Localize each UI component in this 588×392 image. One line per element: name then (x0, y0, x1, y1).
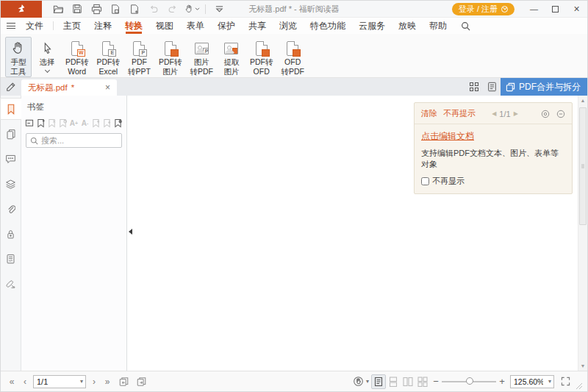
pdf-to-ofd-button[interactable]: PDF转 OFD (247, 37, 276, 77)
foxit-logo[interactable] (1, 1, 42, 18)
menu-tab-features[interactable]: 特色功能 (304, 18, 352, 34)
menu-tab-protect[interactable]: 保护 (211, 18, 242, 34)
zoom-in-button[interactable]: + (496, 376, 508, 387)
zoom-level-input[interactable] (511, 377, 543, 386)
select-tool-button[interactable]: 选择 (34, 37, 60, 74)
image-to-pdf-button[interactable]: P 图片 转PDF (187, 37, 216, 77)
zoom-combo-caret-icon[interactable]: ▾ (548, 378, 553, 385)
resize-grip[interactable] (573, 374, 583, 390)
tip-dont-remind-button[interactable]: 不再提示 (443, 108, 476, 119)
collapse-all-icon[interactable] (24, 117, 35, 129)
menu-tab-home[interactable]: 主页 (57, 18, 87, 34)
pdf-to-image-button[interactable]: PDF转 图片 (156, 37, 185, 77)
ofd-to-pdf-button[interactable]: OFD 转PDF (278, 37, 307, 77)
pdf-merge-split-button[interactable]: PDF合并与拆分 (501, 78, 587, 96)
tip-clear-button[interactable]: 清除 (421, 108, 437, 119)
previous-view-icon[interactable] (115, 374, 132, 389)
pdf-to-word-button[interactable]: W PDF转 Word (62, 37, 92, 77)
edit-pencil-icon[interactable] (1, 78, 21, 96)
extract-image-button[interactable]: 提取 图片 (218, 37, 245, 77)
zoom-slider-thumb[interactable] (466, 377, 473, 385)
delete-bookmark-icon[interactable] (46, 117, 57, 129)
pdf-to-ppt-button[interactable]: P PDF 转PPT (125, 37, 154, 77)
save-icon[interactable] (68, 1, 86, 16)
sidebar-comments-button[interactable] (1, 149, 21, 169)
edit-document-link[interactable]: 点击编辑文档 (421, 130, 474, 143)
tip-settings-icon[interactable] (541, 110, 550, 118)
search-icon[interactable] (455, 18, 476, 34)
login-button[interactable]: 登录 / 注册 (452, 3, 514, 15)
hand-mode-icon[interactable] (351, 374, 366, 389)
document-area[interactable]: 清除 不再提示 ◀ 1/1 ▶ 点击编辑文档 支 (127, 96, 587, 371)
single-page-view-icon[interactable] (371, 374, 386, 389)
prev-page-button[interactable]: ‹ (18, 377, 32, 387)
tab-close-icon[interactable]: × (105, 82, 110, 93)
page-combo-caret-icon[interactable]: ▾ (80, 378, 85, 385)
hand-mode-caret-icon[interactable]: ▾ (366, 378, 369, 385)
menu-tab-browse[interactable]: 浏览 (273, 18, 304, 34)
sidebar-attachments-button[interactable] (1, 199, 21, 219)
facing-continuous-view-icon[interactable] (415, 374, 430, 389)
sidebar-security-button[interactable] (1, 224, 21, 244)
menu-file[interactable]: 文件 (19, 18, 50, 34)
menu-tab-comment[interactable]: 注释 (87, 18, 118, 34)
minimize-button[interactable]: — (523, 1, 545, 17)
shrink-text-icon[interactable]: A- (80, 117, 90, 129)
menu-tab-form[interactable]: 表单 (180, 18, 211, 34)
dont-show-checkbox[interactable] (421, 177, 429, 185)
zoom-slider[interactable] (442, 374, 496, 389)
menu-tab-slideshow[interactable]: 放映 (392, 18, 423, 34)
sidebar-pages-button[interactable] (1, 124, 21, 144)
maximize-button[interactable] (545, 1, 566, 17)
zoom-out-button[interactable]: − (430, 376, 442, 387)
tip-prev-icon[interactable]: ◀ (492, 110, 496, 117)
customize-toolbar-icon[interactable] (210, 1, 228, 16)
reading-mode-icon[interactable] (483, 79, 501, 95)
new-document-icon[interactable] (126, 1, 143, 16)
locate-bookmark-icon[interactable] (57, 117, 68, 129)
scroll-down-icon[interactable]: ▼ (578, 361, 587, 371)
add-bookmark-icon[interactable] (35, 117, 46, 129)
statusbar: « ‹ ▾ › » ▾ (1, 371, 587, 391)
continuous-view-icon[interactable] (386, 374, 401, 389)
hand-tool-button[interactable]: 手型 工具 (5, 37, 32, 77)
next-view-icon[interactable] (133, 374, 149, 389)
tip-next-icon[interactable]: ▶ (514, 110, 518, 117)
menu-tab-convert[interactable]: 转换 (118, 18, 149, 34)
vertical-scrollbar[interactable]: ▲ ▼ (578, 96, 587, 371)
menu-tab-help[interactable]: 帮助 (423, 18, 453, 34)
scroll-up-icon[interactable]: ▲ (578, 96, 587, 105)
menu-tab-cloud[interactable]: 云服务 (352, 18, 392, 34)
open-icon[interactable] (49, 1, 67, 16)
sidebar-signatures-button[interactable] (1, 249, 21, 269)
hand-tool-quick-icon[interactable] (183, 1, 201, 16)
menu-tab-share[interactable]: 共享 (242, 18, 273, 34)
panel-collapse-handle[interactable] (127, 222, 135, 241)
menu-tab-view[interactable]: 视图 (149, 18, 180, 34)
expand-text-icon[interactable]: A+ (68, 117, 79, 129)
page-number-input[interactable] (34, 377, 72, 386)
fullscreen-icon[interactable] (558, 374, 573, 389)
bookmark-settings-icon[interactable] (113, 117, 123, 129)
scrollbar-thumb[interactable] (579, 107, 587, 225)
sidebar-layers-button[interactable] (1, 174, 21, 194)
demote-bookmark-icon[interactable] (102, 117, 112, 129)
undo-icon[interactable] (145, 1, 162, 16)
facing-view-icon[interactable] (401, 374, 415, 389)
redo-icon[interactable] (164, 1, 182, 16)
first-page-button[interactable]: « (5, 377, 18, 387)
sidebar-stamp-sign-button[interactable] (1, 274, 21, 294)
promote-bookmark-icon[interactable] (91, 117, 101, 129)
tab-grid-icon[interactable] (465, 79, 483, 95)
next-page-button[interactable]: › (87, 377, 101, 387)
document-tab[interactable]: 无标题.pdf * × (21, 79, 117, 96)
last-page-button[interactable]: » (101, 377, 114, 387)
excel-badge: E (108, 49, 116, 57)
tip-minimize-icon[interactable] (556, 110, 565, 118)
sidebar-bookmarks-button[interactable] (1, 99, 21, 119)
save-as-icon[interactable] (107, 1, 124, 16)
pdf-to-excel-button[interactable]: E PDF转 Excel (94, 37, 123, 77)
bookmark-search-input[interactable] (41, 136, 118, 145)
close-button[interactable]: × (566, 1, 587, 17)
print-icon[interactable] (87, 1, 105, 16)
